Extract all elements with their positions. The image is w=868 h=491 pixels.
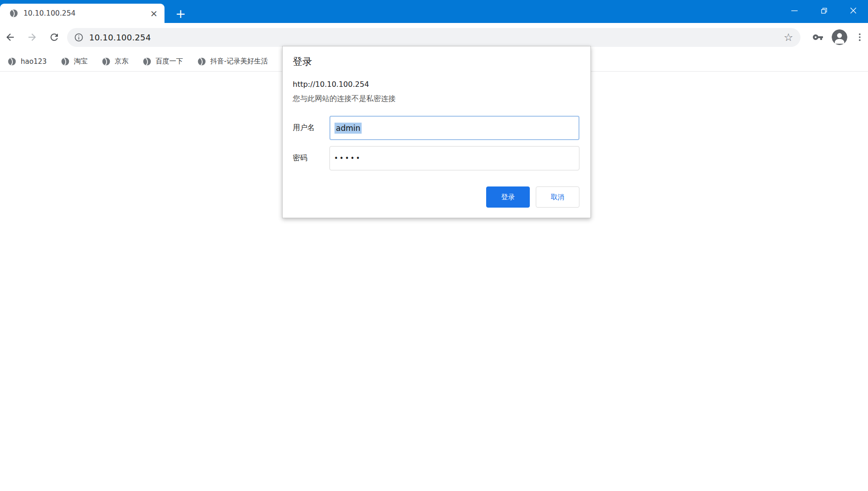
cancel-button[interactable]: 取消 (536, 186, 579, 208)
url-text: 10.10.100.254 (89, 33, 151, 42)
globe-favicon-icon (9, 9, 18, 18)
username-row: 用户名 admin (293, 116, 579, 140)
bookmark-star-icon[interactable]: ☆ (781, 32, 796, 43)
back-button[interactable] (1, 28, 19, 46)
minimize-button[interactable] (780, 0, 809, 21)
username-value: admin (335, 123, 362, 134)
username-input[interactable]: admin (329, 116, 579, 140)
password-value: ••••• (334, 154, 361, 163)
info-icon[interactable] (74, 33, 84, 42)
bookmark-label: 百度一下 (156, 57, 183, 66)
username-label: 用户名 (293, 123, 329, 133)
dialog-buttons: 登录 取消 (486, 186, 579, 208)
bookmark-taobao[interactable]: 淘宝 (61, 57, 88, 66)
password-label: 密码 (293, 153, 329, 163)
globe-icon (102, 57, 111, 66)
globe-icon (7, 57, 17, 66)
titlebar: 10.10.100.254 × + (0, 0, 868, 23)
globe-icon (61, 57, 70, 66)
password-row: 密码 ••••• (293, 146, 579, 170)
bookmark-hao123[interactable]: hao123 (7, 57, 47, 66)
tab-close-icon[interactable]: × (149, 8, 159, 18)
restore-button[interactable] (809, 0, 839, 21)
bookmark-douyin[interactable]: 抖音-记录美好生活 (197, 57, 268, 66)
reload-button[interactable] (45, 28, 63, 46)
profile-avatar[interactable] (832, 29, 847, 45)
dialog-security-warning: 您与此网站的连接不是私密连接 (293, 94, 396, 104)
globe-icon (142, 57, 152, 66)
tab-title: 10.10.100.254 (23, 9, 149, 17)
bookmark-label: 抖音-记录美好生活 (210, 57, 268, 66)
dialog-title: 登录 (293, 55, 312, 68)
bookmark-jingdong[interactable]: 京东 (102, 57, 129, 66)
password-key-icon[interactable] (809, 28, 827, 46)
login-button[interactable]: 登录 (486, 186, 530, 208)
close-window-button[interactable] (839, 0, 868, 21)
window-controls (780, 0, 868, 23)
browser-tab[interactable]: 10.10.100.254 × (0, 4, 165, 23)
menu-dots-icon[interactable] (851, 28, 868, 46)
address-bar[interactable]: 10.10.100.254 ☆ (67, 28, 800, 47)
new-tab-button[interactable]: + (173, 6, 188, 21)
bookmark-label: 京东 (115, 57, 129, 66)
bookmark-label: 淘宝 (74, 57, 88, 66)
globe-icon (197, 57, 206, 66)
browser-window: { "tab": { "title": "10.10.100.254" }, "… (0, 0, 868, 491)
password-input[interactable]: ••••• (329, 146, 579, 170)
dialog-site-url: http://10.10.100.254 (293, 80, 369, 89)
bookmark-baidu[interactable]: 百度一下 (142, 57, 183, 66)
bookmark-label: hao123 (21, 57, 47, 66)
login-dialog: 登录 http://10.10.100.254 您与此网站的连接不是私密连接 用… (282, 46, 591, 218)
forward-button[interactable] (23, 28, 41, 46)
